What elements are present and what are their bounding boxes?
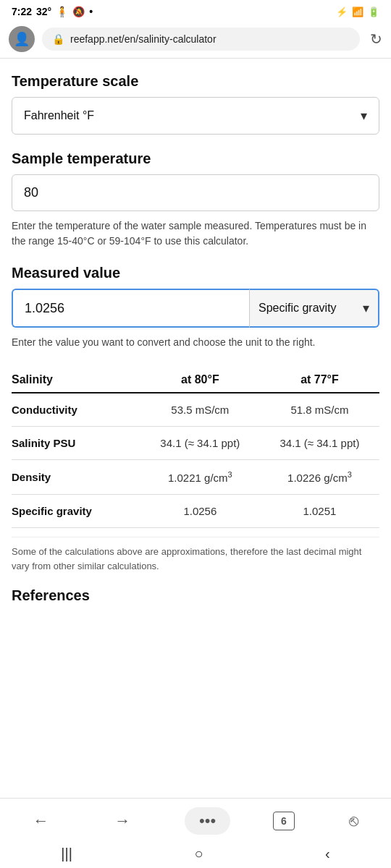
row-val-salinity-80: 34.1 (≈ 34.1 ppt) — [140, 437, 260, 449]
bluetooth-icon: ⚡ — [336, 7, 348, 17]
back-button[interactable]: ← — [21, 809, 60, 833]
sample-temperature-label: Sample temperature — [12, 150, 379, 167]
row-label-density: Density — [12, 471, 140, 483]
android-home-button[interactable]: ○ — [194, 846, 203, 862]
row-val-sg-80: 1.0256 — [140, 505, 260, 517]
bottom-nav: ← → ••• 6 ⎋ — [0, 798, 391, 839]
unit-arrow-icon: ▾ — [363, 300, 369, 316]
tabs-button[interactable]: 6 — [273, 812, 295, 830]
col-header-salinity: Salinity — [12, 373, 140, 386]
status-person-icon: 🧍 — [56, 6, 68, 17]
temperature-scale-label: Temperature scale — [12, 73, 379, 90]
temperature-scale-dropdown[interactable]: Fahrenheit °F ▾ — [12, 97, 379, 135]
status-time-area: 7:22 32° 🧍 🔕 • — [12, 6, 93, 17]
share-button[interactable]: ⎋ — [337, 809, 370, 833]
battery-icon: 🔋 — [368, 7, 379, 17]
temperature-scale-arrow-icon: ▾ — [361, 108, 367, 124]
status-icons-area: ⚡ 📶 🔋 — [336, 7, 379, 17]
share-icon: ⎋ — [349, 812, 358, 830]
row-val-conductivity-80: 53.5 mS/cm — [140, 404, 260, 416]
lock-icon: 🔒 — [52, 33, 64, 45]
results-table-header: Salinity at 80°F at 77°F — [12, 367, 379, 393]
page-content: Temperature scale Fahrenheit °F ▾ Sample… — [0, 59, 391, 608]
avatar-icon: 👤 — [14, 31, 30, 47]
browser-bar: 👤 🔒 reefapp.net/en/salinity-calculator ↻ — [0, 20, 391, 59]
measured-value-label: Measured value — [12, 265, 379, 281]
status-temp: 32° — [36, 6, 51, 17]
row-val-sg-77: 1.0251 — [260, 505, 379, 517]
measured-value-section: Measured value Specific gravity ▾ Enter … — [12, 265, 379, 350]
status-bar: 7:22 32° 🧍 🔕 • ⚡ 📶 🔋 — [0, 0, 391, 20]
status-mute-icon: 🔕 — [72, 6, 85, 17]
temperature-scale-section: Temperature scale Fahrenheit °F ▾ — [12, 73, 379, 135]
status-dot: • — [89, 6, 93, 17]
sample-temperature-input[interactable]: 80 — [12, 174, 379, 211]
android-nav: ||| ○ ‹ — [0, 839, 391, 868]
row-val-density-80: 1.0221 g/cm3 — [140, 470, 260, 484]
profile-avatar[interactable]: 👤 — [9, 26, 35, 52]
url-bar[interactable]: 🔒 reefapp.net/en/salinity-calculator — [42, 27, 360, 51]
row-val-conductivity-77: 51.8 mS/cm — [260, 404, 379, 416]
wifi-icon: 📶 — [352, 7, 363, 17]
tabs-count: 6 — [281, 815, 287, 827]
col-header-80f: at 80°F — [140, 373, 260, 386]
temperature-helper-text: Enter the temperature of the water sampl… — [12, 218, 379, 249]
measured-value-input[interactable] — [12, 289, 249, 328]
sample-temperature-section: Sample temperature 80 Enter the temperat… — [12, 150, 379, 249]
unit-dropdown[interactable]: Specific gravity ▾ — [249, 289, 379, 328]
row-label-specific-gravity: Specific gravity — [12, 505, 140, 517]
footnote-text: Some of the calculations above are appro… — [12, 537, 379, 580]
dots-icon: ••• — [199, 812, 216, 830]
unit-helper-text: Enter the value you want to convert and … — [12, 335, 379, 350]
row-val-density-77: 1.0226 g/cm3 — [260, 470, 379, 484]
android-menu-button[interactable]: ||| — [61, 846, 72, 862]
row-val-salinity-77: 34.1 (≈ 34.1 ppt) — [260, 437, 379, 449]
row-label-conductivity: Conductivity — [12, 404, 140, 416]
reload-button[interactable]: ↻ — [370, 30, 382, 48]
status-time: 7:22 — [12, 6, 32, 17]
table-row: Salinity PSU 34.1 (≈ 34.1 ppt) 34.1 (≈ 3… — [12, 427, 379, 460]
table-row: Density 1.0221 g/cm3 1.0226 g/cm3 — [12, 460, 379, 495]
temperature-scale-value: Fahrenheit °F — [24, 109, 94, 122]
url-text: reefapp.net/en/salinity-calculator — [70, 33, 350, 45]
menu-dots-button[interactable]: ••• — [185, 807, 230, 835]
table-row: Conductivity 53.5 mS/cm 51.8 mS/cm — [12, 393, 379, 427]
forward-icon: → — [114, 812, 130, 830]
references-heading: References — [12, 587, 379, 608]
measured-value-row: Specific gravity ▾ — [12, 289, 379, 328]
android-back-button[interactable]: ‹ — [325, 846, 330, 862]
row-label-salinity-psu: Salinity PSU — [12, 437, 140, 449]
back-icon: ← — [33, 812, 49, 830]
results-section: Salinity at 80°F at 77°F Conductivity 53… — [12, 367, 379, 608]
unit-value: Specific gravity — [258, 302, 337, 315]
table-row: Specific gravity 1.0256 1.0251 — [12, 495, 379, 528]
forward-button[interactable]: → — [103, 809, 142, 833]
col-header-77f: at 77°F — [260, 373, 379, 386]
